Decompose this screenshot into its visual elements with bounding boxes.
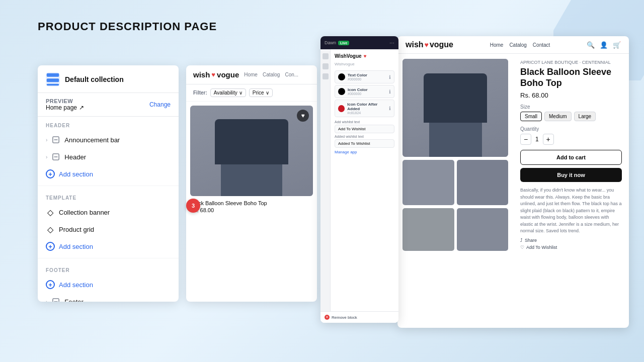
search-icon[interactable]: 🔍 [587,41,595,49]
share-icon: ⤴ [520,238,523,243]
icon-color-info: Icon Color #000000 [338,87,368,96]
product-grid-item[interactable]: ◇ Product grid [38,221,179,238]
price-filter[interactable]: Price ∨ [249,88,273,97]
svg-rect-7 [53,299,59,302]
header-add-label: Add section [59,170,93,178]
logo-suffix: vogue [217,70,239,79]
editor-title: Default collection [65,75,124,83]
quantity-decrease-button[interactable]: − [520,134,531,145]
color-section: Text Color #000000 ℹ Icon Color #000000 … [335,70,394,117]
logo-heart-icon: ♥ [425,41,429,49]
silhouette [190,106,313,196]
collection-banner-label: Collection banner [59,209,110,216]
text-color-row[interactable]: Text Color #000000 ℹ [335,70,394,83]
add-text-label: Add wishlist text [335,120,394,124]
icon-after-color-swatch [338,105,345,112]
diamond-icon: ◇ [46,208,55,217]
heart-icon: ♡ [520,245,524,250]
product-name: Black Balloon Sleeve Boho Top [190,200,313,206]
divider [38,258,179,258]
product-image: ♥ [190,106,313,196]
size-large-button[interactable]: Large [574,112,596,121]
icon-color-after-row[interactable]: Icon Color After Added #c81824 ℹ [335,100,394,117]
announcement-bar-item[interactable]: › Announcement bar [38,131,179,148]
quantity-label: Quantity [520,126,622,132]
diamond-icon: ◇ [46,225,55,234]
product-price: Rs. 68.00 [190,207,313,213]
quantity-control: − 1 + [520,134,622,145]
collection-banner-item[interactable]: ◇ Collection banner [38,204,179,221]
nav-catalog: Catalog [263,72,280,77]
cart-icon[interactable]: 🛒 [613,41,621,49]
header-label: Header [64,153,86,161]
app-popup: Dawn Live ··· WishVogue ♥ Wishvogue Text… [320,36,398,323]
app-sidebar [320,49,331,323]
clothing-top [215,119,288,164]
change-link[interactable]: Change [149,101,171,108]
topbar-left: Dawn Live [325,40,349,45]
editor-header: Default collection [38,65,179,93]
product-name: Black Balloon Sleeve Boho Top [520,67,622,88]
nav-contact: Con... [285,72,298,77]
thumb-image-3[interactable] [403,208,454,251]
chevron-right-icon: › [46,137,47,143]
footer-item[interactable]: › Footer [38,293,179,302]
quantity-increase-button[interactable]: + [543,134,554,145]
detail-body: APRICOT LANE BOUTIQUE · CENTENNIAL Black… [397,54,629,325]
add-icon: + [46,280,55,289]
size-small-button[interactable]: Small [520,112,542,121]
header-add-section[interactable]: + Add section [38,165,179,183]
nav-contact[interactable]: Contact [533,42,550,48]
detail-nav: wish ♥ vogue Home Catalog Contact 🔍 👤 🛒 [397,36,629,54]
chevron-right-icon: › [46,154,47,160]
footer-add-label: Add section [59,281,93,289]
popup-store-name: WishVogue ♥ [335,53,394,59]
wishlist-row: ♡ Add To Wishlist [520,245,622,250]
thumb-image-2[interactable] [457,160,509,205]
share-label[interactable]: Share [525,238,537,243]
nav-catalog[interactable]: Catalog [509,42,526,48]
thumb-image-1[interactable] [403,160,454,205]
product-grid-label: Product grid [59,226,94,233]
filter-label: Filter: [193,90,207,96]
quantity-value: 1 [535,136,539,143]
app-content: WishVogue ♥ Wishvogue Text Color #000000… [331,49,398,323]
footer-add-section[interactable]: + Add section [38,276,179,293]
divider [38,186,179,186]
size-medium-button[interactable]: Medium [544,112,572,121]
add-to-cart-button[interactable]: Add to cart [520,150,622,165]
wishlist-heart-icon[interactable]: ♥ [297,110,309,122]
availability-filter[interactable]: Availability ∨ [210,88,246,97]
buy-now-button[interactable]: Buy it now [520,168,622,182]
info-icon: ℹ [389,74,391,80]
template-group-label: TEMPLATE [38,189,179,204]
footer-group-label: FOOTER [38,261,179,276]
clothing-pants [429,123,482,157]
preview-info: PREVIEW Home page ↗ [46,98,84,111]
remove-label[interactable]: Remove block [332,315,357,320]
info-icon: ℹ [389,106,391,111]
icon-color-row[interactable]: Icon Color #000000 ℹ [335,85,394,98]
add-text-value[interactable]: Add To Wishlist [335,125,394,133]
thumb-row-1 [403,160,508,205]
main-product-image [403,59,508,157]
topbar-menu-icon[interactable]: ··· [389,39,394,46]
nav-home: Home [244,72,258,77]
sidebar-icon-1 [323,53,329,59]
chevron-down-icon: ∨ [266,90,269,96]
manage-app-link[interactable]: Manage app [335,150,394,154]
editor-panel: Default collection PREVIEW Home page ↗ C… [38,65,179,302]
added-text-value[interactable]: Added To Wishlist [335,139,394,148]
nav-home[interactable]: Home [490,42,504,48]
preview-panel: wish ♥ vogue Home Catalog Con... Filter:… [186,65,317,302]
add-to-wishlist-label[interactable]: Add To Wishlist [526,245,557,250]
header-item[interactable]: › Header [38,148,179,165]
thumb-image-4[interactable] [457,208,509,251]
section-icon [51,135,60,144]
account-icon[interactable]: 👤 [600,41,608,49]
info-icon: ℹ [389,89,391,95]
template-add-section[interactable]: + Add section [38,238,179,255]
detail-nav-links: Home Catalog Contact [490,42,550,48]
detail-info: APRICOT LANE BOUTIQUE · CENTENNIAL Black… [513,54,629,325]
add-icon: + [46,242,55,251]
